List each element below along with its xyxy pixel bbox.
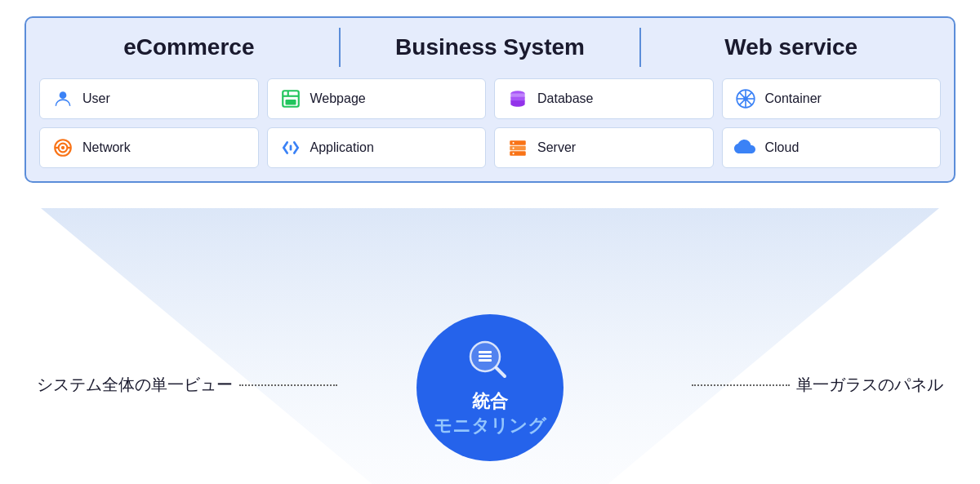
user-icon	[51, 87, 74, 110]
left-label: システム全体の単一ビュー	[37, 374, 337, 396]
user-label: User	[82, 91, 110, 106]
svg-rect-26	[479, 351, 492, 353]
network-icon	[51, 136, 74, 159]
category-webservice: Web service	[641, 28, 941, 67]
svg-point-22	[513, 142, 514, 144]
category-headers: eCommerce Business System Web service	[39, 28, 941, 67]
svg-point-12	[743, 96, 747, 100]
server-label: Server	[537, 140, 576, 155]
right-label-text: 単一ガラスのパネル	[796, 374, 943, 396]
svg-rect-20	[510, 146, 526, 150]
cloud-label: Cloud	[765, 140, 800, 155]
right-dotted-line	[692, 384, 790, 386]
svg-line-29	[497, 368, 505, 376]
right-label: 単一ガラスのパネル	[692, 374, 943, 396]
application-icon	[279, 136, 302, 159]
svg-rect-21	[510, 151, 526, 155]
svg-point-15	[61, 146, 65, 149]
application-label: Application	[310, 140, 374, 155]
webpage-icon	[279, 87, 302, 110]
svg-point-23	[513, 147, 514, 149]
item-database: Database	[494, 78, 714, 119]
svg-rect-5	[285, 100, 296, 104]
item-server: Server	[494, 127, 714, 168]
top-categories-box: eCommerce Business System Web service Us…	[24, 16, 956, 183]
cloud-icon	[734, 136, 757, 159]
item-network: Network	[39, 127, 259, 168]
monitor-icon	[467, 339, 513, 384]
items-grid: User Webpage Database	[39, 78, 941, 168]
svg-rect-19	[510, 140, 526, 144]
webpage-label: Webpage	[310, 91, 366, 106]
svg-point-1	[60, 91, 67, 99]
item-webpage: Webpage	[267, 78, 487, 119]
category-ecommerce: eCommerce	[39, 28, 341, 67]
category-business: Business System	[341, 28, 642, 67]
left-dotted-line	[239, 384, 337, 386]
svg-rect-28	[479, 359, 492, 362]
svg-point-24	[513, 153, 514, 154]
item-cloud: Cloud	[722, 127, 942, 168]
container-label: Container	[765, 91, 822, 106]
database-icon	[506, 87, 529, 110]
container-icon	[734, 87, 757, 110]
item-container: Container	[722, 78, 942, 119]
database-label: Database	[537, 91, 594, 106]
center-monitoring-circle: 統合 モニタリング	[416, 314, 564, 461]
circle-line1: 統合	[472, 391, 508, 412]
server-icon	[506, 136, 529, 159]
network-label: Network	[82, 140, 131, 155]
svg-rect-27	[479, 355, 492, 357]
left-label-text: システム全体の単一ビュー	[37, 374, 233, 396]
item-application: Application	[267, 127, 487, 168]
circle-line2: モニタリング	[434, 415, 546, 437]
item-user: User	[39, 78, 259, 119]
